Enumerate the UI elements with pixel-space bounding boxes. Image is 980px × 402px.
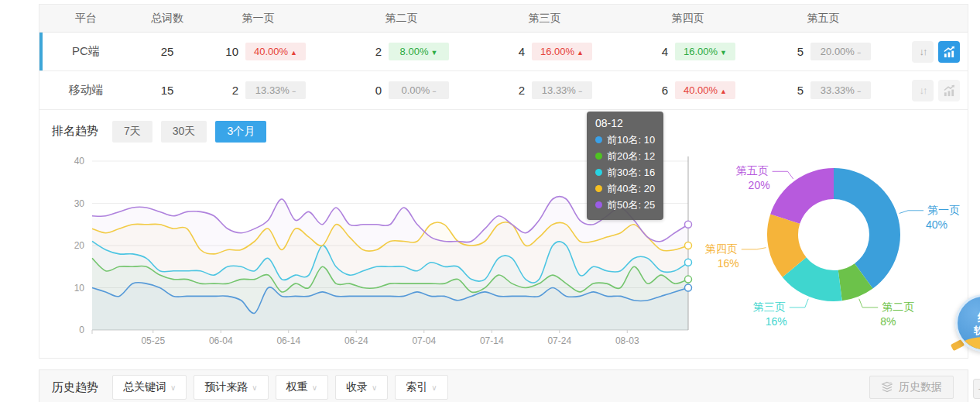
history-trend-title: 历史趋势	[52, 380, 98, 395]
page-count: 6	[640, 84, 668, 97]
tooltip-items: 前10名: 10前20名: 12前30名: 16前40名: 20前50名: 25	[595, 132, 655, 213]
page-count: 2	[211, 84, 238, 97]
col-header-page2: 第二页	[345, 12, 488, 26]
svg-text:06-24: 06-24	[344, 335, 368, 346]
total-words-cell: 25	[132, 45, 202, 58]
page-count: 4	[640, 45, 668, 58]
svg-text:05-25: 05-25	[141, 335, 165, 346]
page-count: 2	[497, 84, 525, 97]
chevron-down-icon: ∨	[312, 383, 317, 392]
floating-side-widget[interactable]: +	[973, 379, 980, 399]
svg-text:10: 10	[74, 283, 85, 294]
platform-name: PC端	[72, 44, 100, 57]
history-data-label: 历史数据	[899, 380, 942, 394]
col-header-total: 总词数	[132, 12, 202, 26]
filter-button-3[interactable]: 收录∨	[335, 375, 388, 400]
page2-cell: 28.00%▼	[345, 43, 488, 60]
svg-text:06-04: 06-04	[209, 335, 233, 346]
filter-button-4[interactable]: 索引∨	[395, 375, 447, 400]
platform-cell: 移动端	[39, 83, 132, 98]
trend-section-header: 排名趋势 7天30天3个月	[39, 110, 968, 153]
donut-label-第三页: 第三页	[753, 301, 786, 313]
tooltip-item-text: 前30名: 16	[607, 164, 655, 180]
ranking-table: 平台总词数第一页第二页第三页第四页第五页PC端251040.00%▲28.00%…	[39, 5, 968, 110]
page-count: 2	[354, 45, 382, 58]
svg-text:06-14: 06-14	[276, 335, 300, 346]
history-filter-buttons: 总关键词∨预计来路∨权重∨收录∨索引∨	[112, 375, 455, 400]
show-trend-chart-button[interactable]	[938, 80, 960, 101]
change-badge: 16.00%▲	[532, 43, 592, 60]
trend-section-title: 排名趋势	[52, 124, 98, 139]
sort-arrows-button[interactable]: ↓↑	[912, 41, 934, 63]
page3-cell: 213.33%−	[488, 81, 632, 99]
page-count: 10	[211, 45, 238, 58]
change-badge: 33.33%−	[810, 81, 871, 99]
tooltip-item: 前50名: 25	[595, 197, 655, 213]
donut-value-第四页: 16%	[718, 257, 739, 270]
trend-chart-icon	[943, 46, 955, 58]
flat-dash-icon: −	[857, 49, 861, 57]
change-badge: 0.00%−	[389, 81, 449, 99]
flat-dash-icon: −	[857, 88, 861, 95]
table-row-mobile[interactable]: 移动端15213.33%−00.00%−213.33%−640.00%▲533.…	[39, 71, 968, 110]
table-header-row: 平台总词数第一页第二页第三页第四页第五页	[39, 5, 968, 33]
page5-cell: 520.00%−	[775, 43, 903, 60]
hover-point-前50名	[685, 221, 692, 228]
down-arrow-icon: ▼	[720, 49, 727, 57]
table-row-pc[interactable]: PC端251040.00%▲28.00%▼416.00%▲416.00%▼520…	[39, 33, 968, 71]
tooltip-item: 前20名: 12	[595, 148, 655, 164]
series-dot-icon	[595, 136, 602, 143]
series-dot-icon	[595, 169, 602, 176]
hover-point-前20名	[685, 276, 692, 283]
chevron-down-icon: ∨	[372, 383, 377, 392]
page1-cell: 213.33%−	[202, 81, 345, 99]
tooltip-item-text: 前40名: 20	[607, 180, 655, 197]
history-trend-bar: 历史趋势 总关键词∨预计来路∨权重∨收录∨索引∨ 历史数据	[39, 369, 968, 402]
chevron-down-icon: ∨	[431, 383, 437, 392]
page1-cell: 1040.00%▲	[202, 43, 345, 60]
svg-text:30: 30	[74, 198, 85, 209]
filter-button-0[interactable]: 总关键词∨	[112, 375, 187, 400]
up-arrow-icon: ▲	[577, 49, 584, 57]
change-badge: 20.00%−	[810, 43, 871, 60]
page-count: 0	[354, 84, 382, 97]
tooltip-item-text: 前50名: 25	[607, 197, 655, 213]
trend-range-tabs: 7天30天3个月	[112, 121, 275, 143]
up-arrow-icon: ▲	[290, 49, 297, 57]
trend-and-donut-chart[interactable]: 01020304005-2506-0406-1406-2407-0407-140…	[39, 153, 968, 359]
down-arrow-icon: ▼	[430, 49, 437, 57]
page5-cell: 533.33%−	[775, 81, 903, 99]
tab-range-0[interactable]: 7天	[112, 121, 152, 143]
trend-chart-icon	[943, 84, 955, 97]
sort-arrows-button[interactable]: ↓↑	[912, 80, 934, 101]
donut-value-第一页: 40%	[926, 218, 947, 231]
flat-dash-icon: −	[292, 88, 296, 95]
seo-rank-dashboard: 平台总词数第一页第二页第三页第四页第五页PC端251040.00%▲28.00%…	[0, 0, 980, 402]
svg-text:0: 0	[79, 325, 84, 335]
donut-label-第二页: 第二页	[882, 301, 914, 313]
page-count: 4	[497, 45, 525, 58]
chart-strip: 01020304005-2506-0406-1406-2407-0407-140…	[39, 153, 968, 359]
row-actions: ↓↑	[903, 80, 968, 101]
series-dot-icon	[595, 185, 602, 192]
show-trend-chart-button[interactable]	[938, 41, 960, 63]
page-count: 5	[776, 84, 804, 97]
tooltip-item: 前30名: 16	[595, 164, 655, 180]
layers-icon	[881, 381, 893, 393]
tab-range-1[interactable]: 30天	[161, 121, 207, 143]
svg-text:40: 40	[74, 156, 85, 167]
tab-range-2[interactable]: 3个月	[215, 121, 266, 143]
donut-value-第二页: 8%	[880, 315, 896, 328]
history-data-button[interactable]: 历史数据	[869, 376, 954, 399]
chart-tooltip: 08-12 前10名: 10前20名: 12前30名: 16前40名: 20前5…	[587, 112, 663, 220]
tooltip-item-text: 前10名: 10	[607, 132, 655, 148]
chevron-down-icon: ∨	[170, 383, 176, 392]
page-count: 5	[776, 45, 804, 58]
filter-button-1[interactable]: 预计来路∨	[194, 375, 268, 400]
flat-dash-icon: −	[578, 88, 582, 95]
filter-button-2[interactable]: 权重∨	[276, 375, 328, 400]
donut-slice-第五页[interactable]	[770, 168, 834, 224]
col-header-page1: 第一页	[202, 12, 345, 26]
page3-cell: 416.00%▲	[488, 43, 632, 60]
change-badge: 40.00%▲	[675, 81, 735, 99]
